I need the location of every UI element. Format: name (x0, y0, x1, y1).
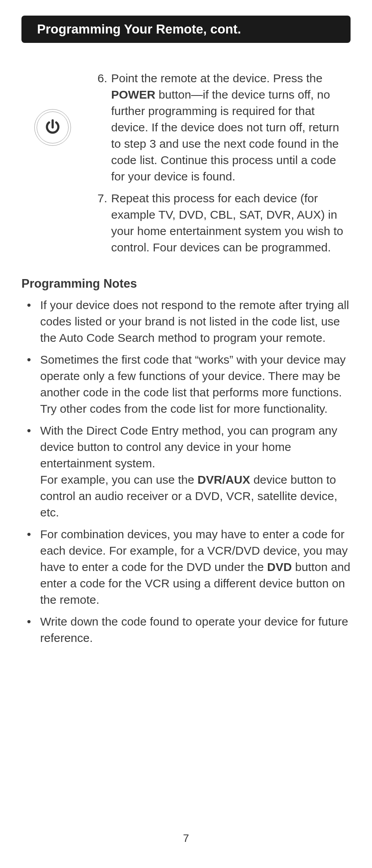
note-item: If your device does not respond to the r… (21, 297, 351, 346)
note-item: Sometimes the first code that “works” wi… (21, 352, 351, 417)
power-icon (34, 109, 71, 146)
step-text: Repeat this process for each device (for… (111, 190, 351, 256)
notes-heading: Programming Notes (21, 277, 351, 291)
steps-column: 6. Point the remote at the device. Press… (92, 70, 351, 261)
note-item: Write down the code found to operate you… (21, 613, 351, 646)
note-item: With the Direct Code Entry method, you c… (21, 423, 351, 521)
icon-column (21, 70, 84, 261)
step-number: 7. (92, 190, 111, 256)
step-6: 6. Point the remote at the device. Press… (92, 70, 351, 185)
page-number: 7 (183, 832, 189, 845)
power-icon-inner-ring (37, 111, 69, 143)
note-item: For combination devices, you may have to… (21, 526, 351, 608)
step-number: 6. (92, 70, 111, 185)
step-7: 7. Repeat this process for each device (… (92, 190, 351, 256)
section-header: Programming Your Remote, cont. (21, 16, 351, 43)
steps-section: 6. Point the remote at the device. Press… (21, 70, 351, 261)
document-page: Programming Your Remote, cont. 6. Point … (0, 0, 372, 868)
power-symbol (44, 119, 61, 136)
notes-list: If your device does not respond to the r… (21, 297, 351, 646)
step-text: Point the remote at the device. Press th… (111, 70, 351, 185)
